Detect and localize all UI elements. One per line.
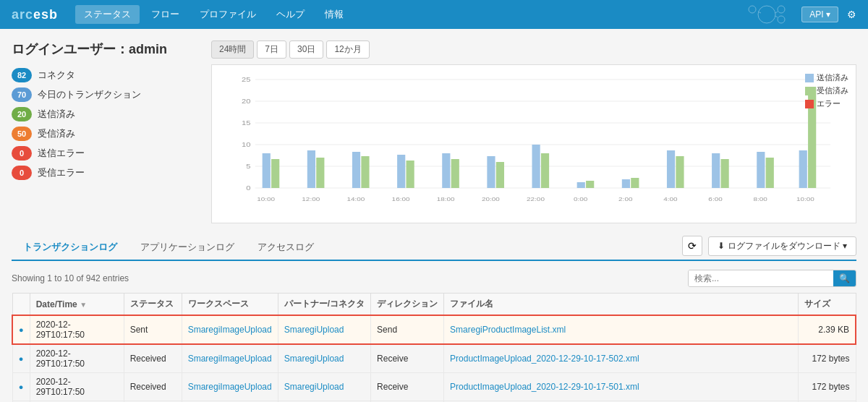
nav-item-help[interactable]: ヘルプ	[268, 5, 313, 24]
svg-text:0:00: 0:00	[574, 196, 587, 202]
svg-text:8:00: 8:00	[754, 196, 767, 202]
svg-rect-32	[541, 153, 549, 188]
chart-btn-24h[interactable]: 24時間	[211, 40, 254, 59]
table-body: ● 2020-12-29T10:17:50 Sent SmaregiImageU…	[12, 315, 856, 402]
table-header-row: Date/Time ▼ ステータス ワークスペース パートナー/コネクタ ディレ…	[12, 294, 856, 316]
legend-error-label: エラー	[817, 98, 841, 109]
filename-link[interactable]: ProductImageUpload_2020-12-29-10-17-501.…	[450, 382, 639, 392]
chart-btn-12m[interactable]: 12か月	[326, 40, 369, 59]
svg-rect-25	[397, 155, 405, 188]
svg-rect-34	[586, 181, 594, 188]
svg-rect-42	[766, 158, 774, 188]
svg-rect-23	[352, 152, 360, 188]
svg-rect-36	[631, 178, 639, 188]
bottom-section: トランザクションログ アプリケーションログ アクセスログ ⟳ ⬇ ログファイルを…	[0, 235, 868, 402]
col-header-filename[interactable]: ファイル名	[444, 294, 798, 316]
chart-controls: 24時間 7日 30日 12か月	[211, 40, 856, 59]
refresh-button[interactable]: ⟳	[682, 236, 702, 256]
settings-icon[interactable]: ⚙	[847, 9, 856, 20]
table-row: ● 2020-12-29T10:17:50 Received SmaregiIm…	[12, 344, 856, 373]
workspace-link[interactable]: SmaregiImageUpload	[188, 325, 272, 335]
search-input[interactable]	[689, 270, 833, 286]
svg-rect-41	[757, 152, 765, 188]
col-header-direction[interactable]: ディレクション	[371, 294, 444, 316]
stat-badge-send-error: 0	[12, 146, 32, 161]
row-datetime: 2020-12-29T10:17:50	[30, 344, 124, 373]
partner-link[interactable]: SmaregiUpload	[284, 382, 344, 392]
tab-transaction-log[interactable]: トランザクションログ	[12, 235, 129, 261]
row-partner: SmaregiUpload	[278, 373, 370, 401]
svg-text:22:00: 22:00	[527, 196, 545, 202]
bar-chart: 25 20 15 10 5 0	[219, 72, 848, 210]
stat-label-received: 受信済み	[38, 127, 75, 140]
stat-badge-connectors: 82	[12, 68, 32, 82]
svg-text:20: 20	[242, 98, 251, 105]
filename-link[interactable]: SmaregiProductImageList.xml	[450, 325, 566, 335]
stat-transactions: 70 今日のトランザクション	[12, 87, 200, 102]
row-direction: Receive	[371, 373, 444, 401]
legend-error: エラー	[805, 98, 848, 109]
chart-btn-7d[interactable]: 7日	[257, 40, 286, 59]
col-header-partner[interactable]: パートナー/コネクタ	[278, 294, 370, 316]
partner-link[interactable]: SmaregiUpload	[284, 354, 344, 364]
svg-text:10: 10	[242, 141, 251, 148]
chart-legend: 送信済み 受信済み エラー	[805, 72, 848, 111]
col-header-datetime[interactable]: Date/Time ▼	[30, 294, 124, 316]
svg-rect-26	[407, 161, 414, 188]
legend-sent-dot	[805, 74, 814, 82]
tab-access-log[interactable]: アクセスログ	[246, 235, 326, 261]
legend-received-label: 受信済み	[817, 85, 848, 96]
tab-app-log[interactable]: アプリケーションログ	[129, 235, 246, 261]
row-expand-icon[interactable]: ●	[12, 315, 30, 344]
page-title: ログインユーザー：admin	[12, 40, 200, 58]
legend-sent: 送信済み	[805, 72, 848, 83]
workspace-link[interactable]: SmaregiImageUpload	[188, 382, 272, 392]
svg-rect-22	[316, 158, 324, 188]
stat-label-transactions: 今日のトランザクション	[38, 88, 141, 101]
stat-receive-error: 0 受信エラー	[12, 166, 200, 180]
header: arcesb ステータス フロー プロファイル ヘルプ 情報 API ▾ ⚙	[0, 0, 868, 29]
svg-rect-20	[271, 159, 279, 188]
stat-badge-sent: 20	[12, 107, 32, 121]
row-size: 2.39 KB	[798, 315, 856, 344]
svg-point-1	[749, 6, 756, 13]
col-header-status[interactable]: ステータス	[124, 294, 182, 316]
partner-link[interactable]: SmaregiUpload	[284, 325, 344, 335]
svg-text:20:00: 20:00	[482, 196, 500, 202]
filename-link[interactable]: ProductImageUpload_2020-12-29-10-17-502.…	[450, 354, 639, 364]
row-workspace: SmaregiImageUpload	[182, 373, 278, 401]
stat-badge-receive-error: 0	[12, 166, 32, 180]
svg-rect-40	[721, 159, 729, 188]
row-status: Sent	[124, 315, 182, 344]
workspace-link[interactable]: SmaregiImageUpload	[188, 354, 272, 364]
tab-actions: ⟳ ⬇ ログファイルをダウンロード ▾	[682, 236, 856, 259]
col-header-workspace[interactable]: ワークスペース	[182, 294, 278, 316]
svg-text:2:00: 2:00	[618, 196, 632, 202]
search-button[interactable]: 🔍	[833, 270, 856, 286]
table-row: ● 2020-12-29T10:17:50 Received SmaregiIm…	[12, 373, 856, 401]
nav-item-flow[interactable]: フロー	[142, 5, 188, 24]
network-decoration-icon	[745, 4, 788, 25]
row-expand-icon[interactable]: ●	[12, 373, 30, 401]
chart-btn-30d[interactable]: 30日	[289, 40, 323, 59]
search-box: 🔍	[688, 270, 856, 287]
row-expand-icon[interactable]: ●	[12, 344, 30, 373]
download-button[interactable]: ⬇ ログファイルをダウンロード ▾	[708, 236, 856, 256]
main-content: ログインユーザー：admin 82 コネクタ 70 今日のトランザクション 20…	[0, 29, 868, 235]
svg-rect-38	[676, 156, 684, 188]
nav-item-info[interactable]: 情報	[316, 5, 352, 24]
nav-item-profile[interactable]: プロファイル	[191, 5, 265, 24]
svg-text:16:00: 16:00	[392, 196, 410, 202]
stat-label-send-error: 送信エラー	[38, 147, 85, 160]
api-button[interactable]: API ▾	[801, 7, 838, 22]
col-header-size[interactable]: サイズ	[798, 294, 856, 316]
svg-point-3	[778, 16, 785, 23]
row-datetime: 2020-12-29T10:17:50	[30, 373, 124, 401]
nav-item-status[interactable]: ステータス	[75, 5, 140, 24]
row-size: 172 bytes	[798, 373, 856, 401]
svg-line-6	[775, 16, 778, 17]
svg-rect-27	[442, 153, 450, 188]
legend-received: 受信済み	[805, 85, 848, 96]
svg-text:18:00: 18:00	[437, 196, 455, 202]
stat-badge-transactions: 70	[12, 87, 32, 102]
